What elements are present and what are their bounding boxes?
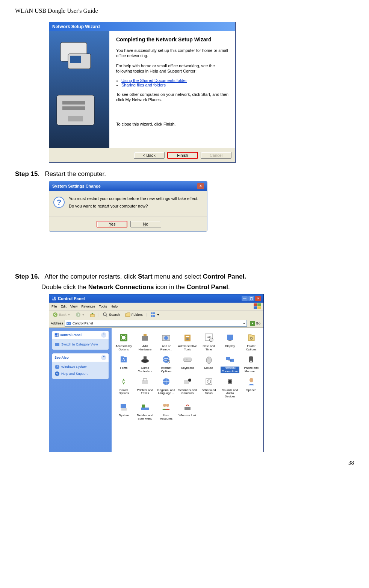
cp-item-user-accounts[interactable]: User Accounts — [156, 401, 177, 421]
svg-point-41 — [209, 338, 213, 342]
cp-item-power-options[interactable]: Power Options — [113, 376, 134, 399]
views-button[interactable]: ▼ — [148, 311, 161, 318]
svg-rect-21 — [153, 315, 155, 317]
svg-rect-3 — [70, 56, 81, 63]
svg-point-15 — [76, 312, 80, 317]
cp-icon — [246, 354, 257, 365]
minimize-icon[interactable]: — — [242, 296, 248, 301]
cp-item-phone-and-modem-[interactable]: Phone and Modem ... — [241, 353, 262, 374]
cp-item-scanners-and-cameras[interactable]: Scanners and Cameras — [177, 376, 198, 399]
svg-point-71 — [228, 380, 231, 383]
cp-item-administrative-tools[interactable]: Administrative Tools — [177, 332, 198, 352]
svg-rect-20 — [151, 315, 153, 317]
cp-item-system[interactable]: System — [113, 401, 134, 421]
cp-icon — [182, 354, 193, 365]
svg-rect-5 — [62, 101, 85, 105]
cp-item-taskbar-and-start-menu[interactable]: Taskbar and Start Menu — [135, 401, 156, 421]
no-button[interactable]: No — [130, 221, 161, 227]
menu-favorites[interactable]: Favorites — [81, 305, 95, 308]
wizard-link2[interactable]: Sharing files and folders — [121, 83, 166, 87]
svg-point-14 — [53, 312, 57, 317]
menu-tools[interactable]: Tools — [99, 305, 107, 308]
cp-screenshot: 🛃 Control Panel — ▢ × FileEditViewFavori… — [49, 294, 354, 452]
svg-rect-43 — [228, 340, 231, 341]
cp-icon — [204, 376, 214, 387]
svg-rect-37 — [186, 336, 189, 337]
close-icon[interactable]: × — [255, 296, 261, 301]
cp-item-add-hardware[interactable]: Add Hardware — [135, 332, 156, 352]
question-icon: ? — [53, 196, 65, 208]
up-button[interactable] — [88, 311, 97, 318]
cp-icon: 15 — [204, 332, 214, 343]
cp-panel-seealso: See Also ⌃ Windows Update ? Help and Sup… — [52, 353, 109, 379]
cp-item-date-and-time[interactable]: 15Date and Time — [198, 332, 219, 352]
step16-line2: Double click the Network Connections ico… — [41, 283, 354, 291]
address-input[interactable]: Control Panel ▼ — [65, 320, 247, 327]
windows-update-link[interactable]: Windows Update — [54, 364, 106, 370]
cp-item-add-or-remov-[interactable]: Add or Remov... — [156, 332, 177, 352]
menu-edit[interactable]: Edit — [61, 305, 67, 308]
wizard-content: Completing the Network Setup Wizard You … — [109, 31, 235, 148]
search-button[interactable]: Search — [101, 311, 122, 318]
control-panel-window: 🛃 Control Panel — ▢ × FileEditViewFavori… — [49, 294, 264, 452]
cp-item-fonts[interactable]: AFonts — [113, 353, 134, 374]
cp-icon — [225, 376, 235, 387]
forward-button: ▼ — [74, 311, 86, 318]
chevron-up-icon[interactable]: ⌃ — [101, 332, 106, 338]
cp-item-wireless-link[interactable]: Wireless Link — [177, 401, 198, 421]
sys-line1: You must restart your computer before th… — [69, 196, 198, 201]
cp-icon — [161, 354, 171, 365]
svg-rect-47 — [144, 356, 147, 360]
cp-item-internet-options[interactable]: Internet Options — [156, 353, 177, 374]
wizard-link1[interactable]: Using the Shared Documents folder — [121, 78, 187, 83]
cp-icon — [161, 402, 171, 412]
cp-icon — [140, 376, 150, 387]
menu-file[interactable]: File — [51, 305, 57, 308]
cp-item-accessibility-options[interactable]: Accessibility Options — [113, 332, 134, 352]
cp-toolbar: Back ▼ ▼ | Search Folders | ▼ — [49, 311, 263, 319]
cp-address-bar: Address Control Panel ▼ Go — [49, 319, 263, 328]
svg-rect-26 — [55, 343, 59, 346]
cp-item-keyboard[interactable]: Keyboard — [177, 353, 198, 374]
svg-rect-63 — [143, 379, 147, 381]
cp-item-speech[interactable]: Speech — [241, 376, 262, 399]
maximize-icon[interactable]: ▢ — [248, 296, 254, 301]
menu-help[interactable]: Help — [110, 305, 118, 308]
folders-button[interactable]: Folders — [123, 311, 145, 318]
svg-point-16 — [103, 313, 106, 316]
chevron-up-icon[interactable]: ⌃ — [101, 355, 106, 360]
menu-view[interactable]: View — [70, 305, 77, 308]
svg-text:?: ? — [56, 372, 58, 376]
go-button[interactable]: Go — [248, 320, 262, 326]
help-support-link[interactable]: ? Help and Support — [54, 370, 106, 377]
cp-item-display[interactable]: Display — [220, 332, 240, 352]
cp-item-scheduled-tasks[interactable]: Scheduled Tasks — [198, 376, 219, 399]
svg-rect-74 — [121, 408, 127, 411]
svg-point-23 — [67, 323, 68, 324]
svg-rect-7 — [68, 116, 83, 121]
close-icon[interactable]: × — [197, 183, 204, 189]
svg-point-24 — [70, 323, 70, 324]
cp-item-game-controllers[interactable]: Game Controllers — [135, 353, 156, 374]
cp-item-network-connections[interactable]: Network Connections — [220, 353, 240, 374]
yes-button[interactable]: Yes — [97, 221, 127, 227]
svg-rect-52 — [186, 359, 187, 359]
switch-view-link[interactable]: Switch to Category View — [54, 341, 106, 348]
finish-button[interactable]: Finish — [167, 152, 198, 159]
cp-item-regional-and-language-[interactable]: Regional and Language ... — [156, 376, 177, 399]
cp-icon — [182, 376, 193, 387]
svg-rect-50 — [184, 358, 191, 362]
cp-item-mouse[interactable]: Mouse — [198, 353, 219, 374]
svg-rect-11 — [257, 303, 261, 306]
cp-icon — [118, 402, 129, 412]
back-button[interactable]: < Back — [134, 152, 165, 159]
cp-item-printers-and-faxes[interactable]: Printers and Faxes — [135, 376, 156, 399]
cp-item-folder-options[interactable]: Folder Options — [241, 332, 262, 352]
cp-icon — [118, 332, 129, 343]
cp-item-sounds-and-audio-devices[interactable]: Sounds and Audio Devices — [220, 376, 240, 399]
wizard-p3: To see other computers on your network, … — [116, 92, 228, 103]
svg-rect-79 — [184, 407, 191, 410]
cp-icon — [182, 402, 193, 412]
cp-icon — [246, 376, 257, 387]
wizard-heading: Completing the Network Setup Wizard — [116, 36, 228, 42]
